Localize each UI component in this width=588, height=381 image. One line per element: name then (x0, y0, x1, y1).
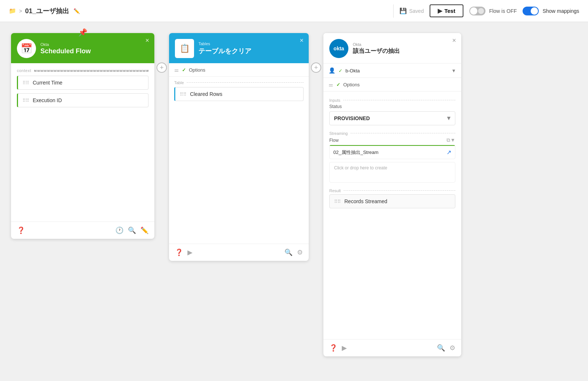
test-play-icon: ▶ (438, 7, 442, 14)
card3-title: 該当ユーザの抽出 (353, 47, 400, 55)
plus-connector-1[interactable]: + (154, 33, 169, 73)
card1-footer-left: ❓ (17, 226, 25, 234)
card3-search-icon[interactable]: 🔍 (437, 344, 445, 352)
edit-title-icon[interactable]: ✏️ (74, 8, 80, 14)
card3-gear-icon[interactable]: ⚙ (449, 344, 455, 352)
plus-connector-2[interactable]: + (309, 33, 323, 73)
flow-toggle-track[interactable] (469, 7, 485, 15)
card-extract-users: okta Okta 該当ユーザの抽出 × 👤 ✓ b-Okta ▼ ⚌ ✓ Op… (323, 33, 461, 356)
card3-help-icon[interactable]: ❓ (329, 344, 337, 352)
card3-flow-input: 02_属性抽出_Stream ↗ (330, 146, 455, 159)
card3-footer-right: 🔍 ⚙ (437, 344, 455, 352)
card3-copy-icon[interactable]: ⧉▼ (447, 137, 455, 143)
card3-footer-left: ❓ ▶ (329, 344, 347, 352)
card1-edit-icon[interactable]: ✏️ (140, 226, 148, 234)
drag-icon-1: ⠿⠿ (22, 80, 29, 86)
card2-icon: 📋 (175, 39, 194, 58)
card3-body: Inputs Status PROVISIONED ▼ Streaming Fl… (323, 91, 461, 216)
card2-gear-icon[interactable]: ⚙ (297, 248, 303, 256)
card1-footer: ❓ 🕐 🔍 ✏️ (11, 222, 154, 239)
pin-icon: 📌 (78, 28, 87, 37)
card3-status-label: Status (329, 104, 455, 109)
card1-clock-icon[interactable]: 🕐 (115, 226, 123, 234)
card2-header: 📋 Tables テーブルをクリア × (169, 33, 309, 63)
card3-inputs-label: Inputs (329, 98, 455, 103)
card1-header: 📅 Okta Scheduled Flow × (11, 33, 154, 63)
card3-sliders-icon: ⚌ (329, 82, 333, 87)
flow-toggle[interactable]: Flow is OFF (469, 7, 517, 15)
show-mappings-toggle[interactable]: Show mappings (523, 7, 579, 15)
flow-toggle-thumb (470, 7, 477, 15)
drag-icon-2: ⠿⠿ (22, 98, 29, 103)
save-icon: 💾 (399, 7, 407, 14)
card2-play-icon[interactable]: ▶ (187, 248, 193, 256)
card2-fields: ⠿⠿ Cleared Rows (169, 87, 309, 101)
saved-status: 💾 Saved (399, 7, 424, 14)
card3-account-dropdown[interactable]: ▼ (451, 68, 456, 73)
card2-close-icon[interactable]: × (300, 37, 304, 44)
card3-account-check: ✓ (338, 68, 343, 73)
field-execution-id-label: Execution ID (33, 97, 62, 103)
card3-flow-link-icon[interactable]: ↗ (447, 149, 451, 156)
card1-help-icon[interactable]: ❓ (17, 226, 25, 234)
card3-drop-zone[interactable]: Click or drop here to create (329, 162, 455, 183)
card3-close-icon[interactable]: × (452, 37, 456, 44)
page-title: 01_ユーザ抽出 (25, 7, 69, 15)
card3-result-label: Result (329, 188, 455, 193)
card3-icon: okta (329, 39, 348, 58)
card3-header-text: Okta 該当ユーザの抽出 (353, 42, 400, 55)
card1-provider: Okta (40, 42, 91, 47)
card3-provider: Okta (353, 42, 400, 47)
card3-status-select-wrapper: PROVISIONED ▼ (329, 111, 455, 125)
saved-label-text: Saved (409, 8, 424, 14)
card1-close-icon[interactable]: × (145, 37, 149, 44)
card2-sliders-icon: ⚌ (174, 67, 179, 73)
show-mappings-label: Show mappings (542, 8, 579, 14)
card2-check-icon: ✓ (182, 67, 186, 73)
drag-icon-4: ⠿⠿ (334, 199, 341, 204)
card1-context-label: context (17, 68, 148, 73)
drag-icon-3: ⠿⠿ (180, 91, 186, 97)
card1-body: context ⠿⠿ Current Time ⠿⠿ Execution ID (11, 63, 154, 116)
card1-header-text: Okta Scheduled Flow (40, 42, 91, 55)
card3-account-row: 👤 ✓ b-Okta ▼ (323, 64, 461, 78)
card2-search-icon[interactable]: 🔍 (284, 248, 293, 256)
card2-provider: Tables (198, 42, 251, 46)
field-records-streamed: ⠿⠿ Records Streamed (329, 194, 455, 208)
card2-help-icon[interactable]: ❓ (175, 248, 183, 256)
flow-canvas: 📌 📅 Okta Scheduled Flow × context ⠿⠿ Cur… (0, 22, 588, 381)
card3-status-select[interactable]: PROVISIONED (329, 111, 455, 125)
card3-footer: ❓ ▶ 🔍 ⚙ (323, 339, 461, 356)
field-current-time: ⠿⠿ Current Time (17, 76, 148, 90)
card1-footer-right: 🕐 🔍 ✏️ (115, 226, 148, 234)
field-cleared-rows-label: Cleared Rows (190, 91, 222, 97)
card3-flow-header: Flow ⧉▼ (329, 137, 455, 143)
test-button[interactable]: ▶ Test (430, 4, 463, 17)
card3-flow-input-wrapper: 02_属性抽出_Stream ↗ (329, 145, 455, 159)
plus-circle-2[interactable]: + (311, 62, 321, 73)
card2-footer-right: 🔍 ⚙ (284, 248, 303, 256)
card1-icon: 📅 (17, 39, 36, 58)
card3-play-icon[interactable]: ▶ (342, 344, 347, 352)
card3-header: okta Okta 該当ユーザの抽出 × (323, 33, 461, 64)
card3-account-name: b-Okta (345, 68, 448, 73)
card-clear-table: 📋 Tables テーブルをクリア × ⚌ ✓ Options Table ⠿⠿… (169, 33, 309, 261)
card1-title: Scheduled Flow (40, 47, 91, 55)
field-execution-id: ⠿⠿ Execution ID (17, 93, 148, 107)
header-divider (393, 4, 394, 18)
flow-toggle-label: Flow is OFF (489, 8, 517, 14)
show-mappings-track[interactable] (523, 7, 539, 15)
card2-footer: ❓ ▶ 🔍 ⚙ (169, 244, 309, 261)
folder-icon: 📁 (9, 7, 16, 14)
card3-drop-placeholder: Click or drop here to create (334, 165, 387, 170)
test-button-label: Test (444, 8, 455, 14)
card2-table-section: Table (174, 80, 304, 85)
card3-flow-label: Flow (329, 138, 338, 143)
card1-search-icon[interactable]: 🔍 (128, 226, 136, 234)
field-current-time-label: Current Time (33, 80, 62, 86)
show-mappings-thumb (531, 7, 538, 15)
plus-circle-1[interactable]: + (157, 62, 167, 73)
app-header: 📁 > 01_ユーザ抽出 ✏️ 💾 Saved ▶ Test Flow is O… (0, 0, 588, 22)
card3-flow-value: 02_属性抽出_Stream (333, 149, 444, 156)
breadcrumb-separator: > (19, 8, 22, 14)
